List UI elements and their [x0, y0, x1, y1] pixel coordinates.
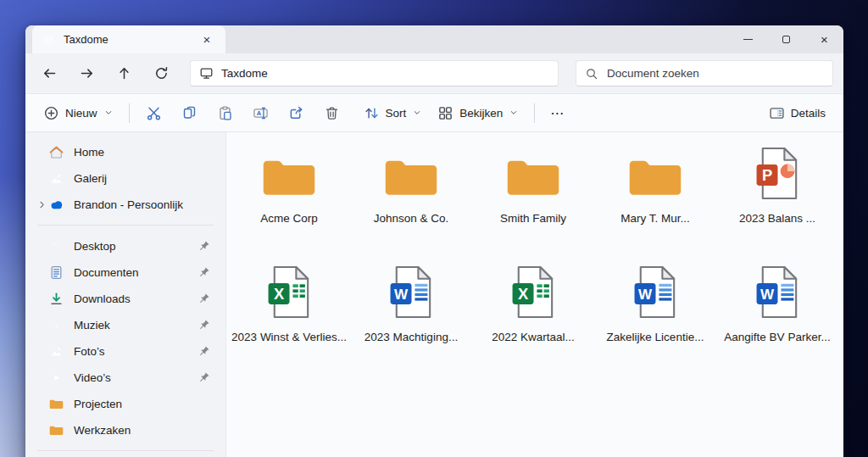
sidebar-item-brandon-persoonlijk[interactable]: Brandon - Persoonlijk: [31, 192, 220, 217]
refresh-icon: [153, 65, 170, 81]
back-arrow-icon: [42, 65, 58, 81]
excel-icon: [511, 265, 556, 319]
navigation-bar: Taxdome: [25, 53, 843, 94]
file-item[interactable]: 2023 Balans ...: [716, 146, 838, 254]
sidebar-item-projecten[interactable]: Projecten: [31, 391, 220, 416]
sidebar-item-desktop[interactable]: Desktop: [31, 233, 220, 259]
rename-icon: [253, 105, 269, 121]
command-bar: Nieuw Sort Bekijken ⋯ D: [25, 94, 843, 132]
paste-icon: [217, 105, 233, 121]
close-button[interactable]: ×: [805, 25, 843, 53]
view-button[interactable]: Bekijken: [430, 98, 526, 127]
folder-item[interactable]: Acme Corp: [228, 146, 350, 254]
file-grid: Acme Corp Johnson & Co. Smith Family Mar…: [228, 146, 843, 373]
sidebar-pinned-group: Desktop Documenten Downloads Muziek Foto…: [25, 233, 225, 443]
sidebar-item-home[interactable]: Home: [31, 139, 220, 164]
folder-icon: [49, 397, 64, 411]
more-options-button[interactable]: ⋯: [542, 98, 572, 127]
sidebar-item-downloads[interactable]: Downloads: [31, 286, 220, 311]
file-item[interactable]: 2023 Winst & Verlies...: [228, 265, 350, 373]
item-label: 2023 Balans ...: [739, 211, 815, 226]
copy-button[interactable]: [173, 98, 207, 127]
downloads-icon: [49, 292, 64, 306]
delete-button[interactable]: [315, 98, 349, 127]
item-label: Mary T. Mur...: [620, 211, 690, 226]
minimize-button[interactable]: [729, 25, 767, 53]
file-explorer-window: Taxdome × × Taxdome: [25, 25, 843, 457]
file-item[interactable]: Aangifte BV Parker...: [716, 265, 838, 373]
gallery-icon: [49, 171, 64, 186]
documents-icon: [49, 265, 64, 280]
word-icon: [755, 265, 800, 319]
item-label: 2022 Kwartaal...: [492, 330, 575, 345]
monitor-icon: [199, 66, 214, 81]
details-pane-icon: [769, 105, 785, 121]
music-icon: [49, 318, 64, 332]
copy-icon: [181, 105, 198, 121]
sort-button[interactable]: Sort: [356, 98, 431, 127]
powerpoint-icon: [755, 147, 800, 200]
cut-icon: [146, 105, 162, 121]
sort-icon: [364, 105, 380, 121]
explorer-tab[interactable]: Taxdome ×: [32, 25, 225, 53]
window-body: Home Galerij Brandon - Persoonlijk Deskt…: [25, 132, 843, 457]
folder-item[interactable]: Mary T. Mur...: [594, 146, 716, 254]
sidebar-divider: [37, 450, 214, 451]
back-button[interactable]: [34, 59, 64, 88]
item-label: 2023 Winst & Verlies...: [231, 330, 347, 345]
plus-circle-icon: [43, 105, 59, 121]
share-button[interactable]: [280, 98, 314, 127]
sidebar-item-galerij[interactable]: Galerij: [31, 165, 220, 191]
forward-button[interactable]: [71, 59, 102, 88]
tab-close-icon[interactable]: ×: [198, 31, 215, 48]
excel-icon: [267, 265, 312, 319]
pictures-icon: [49, 344, 64, 359]
details-button-label: Details: [791, 107, 826, 120]
item-label: Zakelijke Licentie...: [607, 330, 704, 345]
titlebar: Taxdome × ×: [25, 25, 843, 53]
sidebar-item-label: Home: [74, 146, 214, 159]
sidebar-item-foto-s[interactable]: Foto’s: [31, 338, 220, 364]
forward-arrow-icon: [79, 65, 95, 81]
folder-item[interactable]: Johnson & Co.: [350, 146, 472, 254]
paste-button[interactable]: [209, 98, 242, 127]
pin-icon: [198, 240, 210, 252]
file-item[interactable]: 2023 Machtiging...: [350, 265, 472, 373]
file-item[interactable]: Zakelijke Licentie...: [594, 265, 716, 373]
pin-icon: [198, 319, 210, 331]
share-icon: [288, 105, 304, 121]
sidebar-item-label: Projecten: [74, 398, 214, 410]
rename-button[interactable]: [244, 98, 278, 127]
address-bar[interactable]: Taxdome: [190, 60, 559, 86]
sort-button-label: Sort: [386, 107, 407, 120]
sidebar: Home Galerij Brandon - Persoonlijk Deskt…: [25, 132, 225, 457]
pin-icon: [198, 345, 210, 357]
search-box: [576, 60, 833, 86]
sidebar-item-documenten[interactable]: Documenten: [31, 259, 220, 285]
sidebar-item-video-s[interactable]: Video’s: [31, 365, 220, 390]
sidebar-item-muziek[interactable]: Muziek: [31, 312, 220, 337]
chevron-down-icon: [509, 108, 519, 118]
item-label: Aangifte BV Parker...: [724, 330, 830, 345]
folder-icon: [627, 153, 683, 200]
maximize-button[interactable]: [767, 25, 805, 53]
item-label: Acme Corp: [260, 211, 318, 226]
new-button[interactable]: Nieuw: [36, 98, 121, 127]
sidebar-item-label: Video’s: [74, 371, 198, 384]
folder-icon: [383, 153, 439, 200]
minimize-icon: [743, 39, 753, 40]
new-button-label: Nieuw: [65, 107, 97, 120]
more-icon: ⋯: [550, 105, 565, 121]
search-input[interactable]: [607, 67, 824, 80]
details-button[interactable]: Details: [761, 98, 833, 127]
sidebar-top-group: Home Galerij Brandon - Persoonlijk: [25, 139, 225, 217]
file-item[interactable]: 2022 Kwartaal...: [472, 265, 594, 373]
refresh-button[interactable]: [146, 59, 176, 88]
window-controls: ×: [729, 25, 843, 53]
sidebar-item-werkzaken[interactable]: Werkzaken: [31, 417, 220, 443]
up-button[interactable]: [108, 59, 139, 88]
folder-item[interactable]: Smith Family: [472, 146, 594, 254]
folder-icon: [505, 153, 561, 200]
tab-title: Taxdome: [64, 33, 191, 46]
cut-button[interactable]: [137, 98, 171, 127]
